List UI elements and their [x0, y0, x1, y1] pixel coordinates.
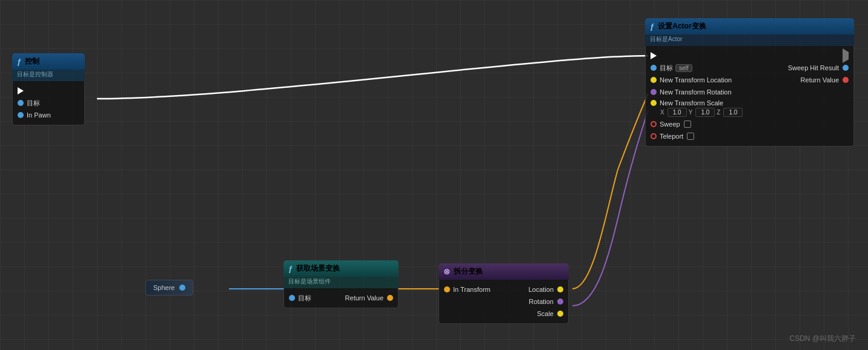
control-inpawn-pin [18, 112, 24, 118]
sat-sweephit-label: Sweep Hit Result [788, 64, 839, 71]
sat-sweephit-pin [843, 65, 849, 71]
sat-teleport-row: Teleport [646, 130, 853, 142]
bt-intransform-row: In Transform Location [439, 283, 568, 296]
sat-ntl-row: New Transform Location Return Value [646, 74, 853, 86]
sat-scale-z-label: Z [717, 109, 720, 116]
sat-title: 设置Actor变换 [658, 21, 706, 31]
sat-scale-y-label: Y [689, 109, 693, 116]
sat-ntr-label: New Transform Rotation [660, 88, 732, 96]
sat-ntl-pin [651, 77, 657, 83]
sat-subtitle: 目标是Actor [645, 35, 854, 46]
sat-scale-inputs-row: X Y Z [651, 108, 743, 117]
sphere-out-pin [179, 285, 185, 291]
sat-scale-x-label: X [660, 109, 664, 116]
control-node-subtitle: 目标是控制器 [12, 70, 85, 81]
gst-function-icon: ƒ [288, 264, 293, 273]
bt-scale-row: Scale [439, 308, 568, 320]
sat-self-badge: self [675, 64, 692, 72]
bt-title: 拆分变换 [454, 266, 483, 277]
sat-teleport-checkbox[interactable] [687, 133, 694, 140]
gst-target-row: 目标 Return Value [284, 292, 398, 304]
get-scene-transform-header: ƒ 获取场景变换 [283, 260, 399, 277]
sat-sweep-pin [651, 121, 657, 127]
bt-icon: ⊗ [443, 267, 450, 276]
sat-target-label: 目标 [660, 64, 673, 73]
sat-returnval-pin [843, 77, 849, 83]
sat-nts-label: New Transform Scale [660, 99, 723, 107]
bt-scale-label: Scale [537, 310, 554, 317]
bt-rotation-label: Rotation [529, 298, 554, 305]
bt-location-pin [557, 286, 563, 292]
bt-rotation-pin [557, 299, 563, 305]
sat-exec-out-pin [843, 48, 849, 63]
sat-target-pin [651, 65, 657, 71]
sat-ntr-row: New Transform Rotation [646, 86, 853, 98]
sat-exec-in-pin [651, 52, 657, 59]
control-inpawn-row: In Pawn [13, 109, 84, 121]
gst-subtitle: 目标是场景组件 [283, 277, 399, 288]
get-scene-transform-node: ƒ 获取场景变换 目标是场景组件 目标 Return Value [283, 260, 399, 308]
control-node-body: 目标 In Pawn [12, 81, 85, 125]
sat-ntl-label: New Transform Location [660, 76, 732, 84]
gst-title: 获取场景变换 [296, 263, 340, 274]
sat-nts-row: New Transform Scale X Y Z [646, 98, 853, 118]
bt-body: In Transform Location Rotation Scale [439, 280, 569, 324]
gst-target-pin [289, 295, 295, 301]
watermark: CSDN @叫我六胖子 [789, 334, 856, 344]
sat-sweep-checkbox[interactable] [684, 121, 691, 128]
sat-body: 目标 self Sweep Hit Result New Transform L… [645, 46, 854, 147]
bt-rotation-row: Rotation [439, 296, 568, 308]
gst-target-label: 目标 [298, 294, 311, 303]
sat-scale-y-input[interactable] [695, 108, 715, 117]
sat-nts-pin [651, 100, 657, 106]
control-node-header: ƒ 控制 [12, 53, 85, 70]
control-target-row: 目标 [13, 97, 84, 109]
control-inpawn-label: In Pawn [27, 111, 51, 119]
gst-returnval-label: Return Value [345, 294, 383, 302]
bt-scale-pin [557, 311, 563, 317]
bt-intransform-label: In Transform [453, 286, 491, 293]
sat-scale-x-input[interactable] [668, 108, 687, 117]
sat-target-row: 目标 self Sweep Hit Result [646, 62, 853, 74]
control-exec-row [13, 85, 84, 97]
control-node-title: 控制 [25, 56, 39, 67]
sphere-label: Sphere [153, 284, 174, 291]
set-actor-transform-node: ƒ 设置Actor变换 目标是Actor 目标 self Sweep Hit R… [645, 18, 854, 147]
sat-exec-row [646, 50, 853, 62]
sat-sweep-label: Sweep [660, 121, 680, 128]
sat-teleport-pin [651, 133, 657, 139]
gst-returnval-pin [387, 295, 393, 301]
sat-returnval-label: Return Value [801, 76, 839, 84]
sat-nts-label-row: New Transform Scale [651, 99, 849, 107]
break-transform-header: ⊗ 拆分变换 [439, 263, 569, 280]
sat-teleport-label: Teleport [660, 133, 683, 140]
sat-scale-z-input[interactable] [723, 108, 743, 117]
sat-header: ƒ 设置Actor变换 [645, 18, 854, 35]
control-target-pin [18, 100, 24, 106]
watermark-text: CSDN @叫我六胖子 [789, 334, 856, 343]
function-icon: ƒ [17, 57, 21, 66]
control-node: ƒ 控制 目标是控制器 目标 In Pawn [12, 53, 85, 125]
bt-location-label: Location [528, 286, 554, 293]
sat-ntr-pin [651, 89, 657, 95]
sat-sweep-row: Sweep [646, 118, 853, 130]
control-target-label: 目标 [27, 99, 40, 108]
bt-intransform-pin [444, 286, 450, 292]
break-transform-node: ⊗ 拆分变换 In Transform Location Rotation Sc… [439, 263, 569, 324]
sphere-node: Sphere [145, 280, 193, 296]
control-exec-out-pin [18, 87, 24, 94]
gst-body: 目标 Return Value [283, 288, 399, 308]
sat-function-icon: ƒ [650, 22, 654, 31]
